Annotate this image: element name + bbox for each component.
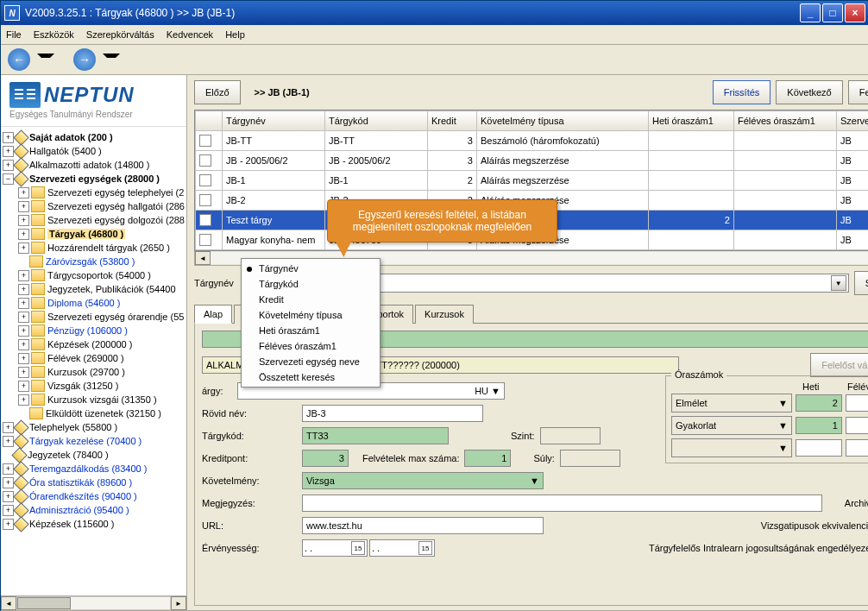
tree-item[interactable]: +Félévek (269000 ) xyxy=(3,351,185,365)
menu-file[interactable]: File xyxy=(6,29,22,40)
context-menu-item[interactable]: Heti óraszám1 xyxy=(242,323,380,338)
tree-item[interactable]: +Szervezeti egység órarendje (55 xyxy=(3,310,185,324)
kredit-input[interactable]: 3 xyxy=(302,450,349,467)
context-menu-item[interactable]: Féléves óraszám1 xyxy=(242,338,380,354)
context-menu-item[interactable]: Kredit xyxy=(242,292,380,307)
column-header[interactable]: Féléves óraszám1 xyxy=(733,111,836,131)
row-checkbox[interactable] xyxy=(199,214,211,226)
menu-role[interactable]: Szerepkörváltás xyxy=(86,29,154,40)
ervenyesseg-from[interactable]: . .15 xyxy=(302,539,368,557)
close-button[interactable]: × xyxy=(845,3,865,22)
column-header[interactable]: Heti óraszám1 xyxy=(648,111,733,131)
table-row[interactable]: JB-1JB-12Aláírás megszerzéseJB xyxy=(195,171,868,191)
calendar-icon[interactable]: 15 xyxy=(351,541,365,555)
chevron-down-icon[interactable]: ▼ xyxy=(491,386,500,396)
calendar-icon[interactable]: 15 xyxy=(418,541,432,555)
rovidnev-input[interactable]: JB-3 xyxy=(302,405,483,422)
tree-item[interactable]: +Hozzárendelt tárgyak (2650 ) xyxy=(3,241,185,255)
tree-item[interactable]: +Diploma (54600 ) xyxy=(3,296,185,310)
tree-item[interactable]: Záróvizsgák (53800 ) xyxy=(3,255,185,268)
tree-item[interactable]: +Tárgyak (46800 ) xyxy=(3,227,185,241)
scroll-right-button[interactable]: ► xyxy=(171,596,186,610)
targykod-input[interactable]: TT33 xyxy=(302,427,449,444)
tree-item[interactable]: +Órarendkészítés (90400 ) xyxy=(3,489,185,503)
chevron-down-icon[interactable]: ▼ xyxy=(831,275,846,291)
refresh-button[interactable]: Frissítés xyxy=(713,80,771,104)
context-menu-item[interactable]: Szervezeti egység neve xyxy=(242,354,380,369)
gyakorlat-heti[interactable]: 1 xyxy=(796,417,842,434)
tree-expander[interactable]: + xyxy=(18,201,29,212)
felvmax-input[interactable]: 1 xyxy=(464,450,511,467)
tree-expander[interactable]: + xyxy=(18,394,29,406)
menu-tools[interactable]: Eszközök xyxy=(34,29,74,40)
elmelet-combo[interactable]: Elmélet▼ xyxy=(671,394,792,413)
tree-item[interactable]: Elküldött üzenetek (32150 ) xyxy=(3,406,185,420)
tree-expander[interactable]: + xyxy=(18,312,29,323)
tree-item[interactable]: +Képzések (115600 ) xyxy=(3,517,185,531)
context-menu-item[interactable]: Tárgykód xyxy=(242,276,380,292)
column-header[interactable]: Tárgykód xyxy=(324,111,427,131)
tree-expander[interactable]: + xyxy=(18,243,29,254)
gyakorlat-feleves[interactable] xyxy=(846,417,868,434)
tree-expander[interactable]: + xyxy=(18,367,29,378)
tree-item[interactable]: +Adminisztráció (95400 ) xyxy=(3,503,185,517)
tab-alapadatok[interactable]: Alap xyxy=(194,305,232,324)
tree-item[interactable]: +Saját adatok (200 ) xyxy=(3,130,185,144)
elmelet-heti[interactable]: 2 xyxy=(796,394,842,412)
tree-item[interactable]: +Tárgyak kezelése (70400 ) xyxy=(3,434,185,448)
search-context-menu[interactable]: TárgynévTárgykódKreditKövetelmény típusa… xyxy=(241,258,381,387)
filter-button[interactable]: Szűrés xyxy=(854,271,868,295)
tree-item[interactable]: +Kurzusok vizsgái (31350 ) xyxy=(3,393,185,406)
table-row[interactable]: JB-TTJB-TT3Beszámoló (háromfokozatú)JB xyxy=(195,131,868,151)
ervenyesseg-to[interactable]: . .15 xyxy=(369,539,435,557)
elmelet-feleves[interactable] xyxy=(846,394,868,412)
tree-item[interactable]: +Képzések (200000 ) xyxy=(3,337,185,351)
tree-item[interactable]: +Kurzusok (29700 ) xyxy=(3,365,185,379)
kovetelmeny-combo[interactable]: Vizsga▼ xyxy=(302,472,544,489)
row-checkbox[interactable] xyxy=(199,174,211,186)
row-checkbox[interactable] xyxy=(199,154,211,167)
table-row[interactable]: JB - 2005/06/2JB - 2005/06/23Aláírás meg… xyxy=(195,151,868,171)
tree-expander[interactable]: + xyxy=(18,215,29,226)
row-checkbox[interactable] xyxy=(199,194,211,206)
tree-item[interactable]: −Szervezeti egységek (28000 ) xyxy=(3,172,185,186)
tree-item[interactable]: +Tárgycsoportok (54000 ) xyxy=(3,268,185,282)
next-button[interactable]: Következő xyxy=(776,80,842,104)
megjegyzes-input[interactable] xyxy=(302,494,822,512)
tree-item[interactable]: +Szervezeti egység telephelyei (2 xyxy=(3,186,185,199)
nav-back-button[interactable]: ← xyxy=(8,48,30,71)
column-header[interactable] xyxy=(195,111,222,131)
nav-forward-dropdown[interactable] xyxy=(103,54,120,66)
row-checkbox[interactable] xyxy=(199,135,211,147)
sidebar-hscroll[interactable]: ◄ ► xyxy=(1,595,186,610)
context-menu-item[interactable]: Követelmény típusa xyxy=(242,307,380,323)
context-menu-item[interactable]: Tárgynév xyxy=(242,261,380,276)
tree-item[interactable]: +Óra statisztikák (89600 ) xyxy=(3,476,185,489)
tree-item[interactable]: +Pénzügy (106000 ) xyxy=(3,324,185,337)
prev-button[interactable]: Előző xyxy=(194,80,241,104)
empty-combo[interactable]: ▼ xyxy=(671,438,792,457)
grid-scroll-left[interactable]: ◄ xyxy=(195,251,211,265)
tree-expander[interactable]: + xyxy=(18,325,29,337)
tree-item[interactable]: +Teremgazdálkodás (83400 ) xyxy=(3,462,185,476)
tree-expander[interactable]: + xyxy=(18,270,29,281)
tree-expander[interactable]: + xyxy=(18,353,29,364)
row-checkbox[interactable] xyxy=(199,234,211,246)
tree-expander[interactable]: + xyxy=(18,298,29,309)
nav-forward-button[interactable]: → xyxy=(73,48,96,71)
url-input[interactable]: www.teszt.hu xyxy=(302,517,544,534)
scroll-thumb[interactable] xyxy=(17,597,71,609)
row3-heti[interactable] xyxy=(796,439,842,457)
tree-item[interactable]: +Szervezeti egység hallgatói (286 xyxy=(3,199,185,213)
suly-input[interactable] xyxy=(560,450,620,467)
tree-item[interactable]: +Alkalmazotti adatok (14800 ) xyxy=(3,158,185,172)
minimize-button[interactable]: _ xyxy=(800,3,821,22)
column-header[interactable]: Követelmény típusa xyxy=(476,111,648,131)
tree-expander[interactable]: + xyxy=(18,284,29,295)
nav-back-dropdown[interactable] xyxy=(37,54,54,66)
column-header[interactable]: Tárgynév xyxy=(222,111,324,131)
gyakorlat-combo[interactable]: Gyakorlat▼ xyxy=(671,416,792,435)
tree-expander[interactable]: + xyxy=(18,381,29,392)
szint-input[interactable] xyxy=(540,427,601,444)
column-header[interactable]: Kredit xyxy=(427,111,476,131)
